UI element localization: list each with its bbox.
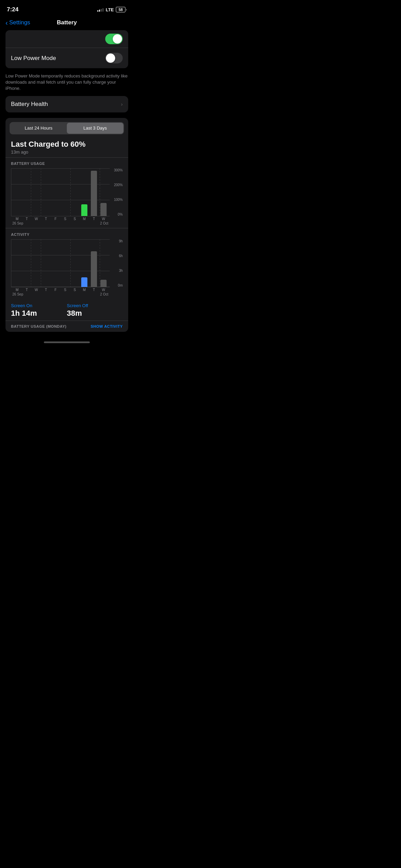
act-bar-col-9 xyxy=(99,239,108,287)
bar-8 xyxy=(91,171,97,216)
segment-24h[interactable]: Last 24 Hours xyxy=(10,123,67,134)
back-chevron-icon: ‹ xyxy=(5,19,8,26)
battery-y-labels: 300% 200% 100% 0% xyxy=(110,168,123,216)
act-bar-col-7 xyxy=(80,239,88,287)
signal-bar-1 xyxy=(97,10,98,12)
home-bar xyxy=(44,341,90,343)
x-label-4: F xyxy=(51,217,60,221)
top-toggle-knob xyxy=(113,34,122,44)
low-power-mode-knob xyxy=(106,53,115,63)
battery-usage-section: BATTERY USAGE xyxy=(5,157,128,228)
battery-indicator: 58 xyxy=(116,7,127,12)
activity-y-labels: 9h 6h 3h 0m xyxy=(110,239,123,287)
low-power-mode-row[interactable]: Low Power Mode xyxy=(5,48,128,68)
bar-col-6 xyxy=(71,168,79,216)
status-right: LTE 58 xyxy=(97,7,127,12)
top-toggle-card: Low Power Mode xyxy=(5,30,128,68)
act-x-8: T xyxy=(90,288,98,292)
act-bar-8 xyxy=(91,251,97,287)
last-charged-section: Last Charged to 60% 13m ago xyxy=(5,134,128,157)
bar-col-8 xyxy=(90,168,98,216)
x-label-0: M xyxy=(13,217,21,221)
top-toggle-row xyxy=(5,30,128,48)
act-bar-col-8 xyxy=(90,239,98,287)
date-label-end: 2 Oct xyxy=(100,221,108,225)
bar-col-4 xyxy=(52,168,60,216)
activity-x-labels: M T W T F S S M T W xyxy=(11,287,110,292)
status-time: 7:24 xyxy=(7,6,19,13)
act-x-0: M xyxy=(13,288,21,292)
act-bar-col-3 xyxy=(42,239,50,287)
low-power-mode-description: Low Power Mode temporarily reduces backg… xyxy=(0,70,134,96)
bottom-bar-label: BATTERY USAGE (MONDAY) xyxy=(11,324,66,328)
x-label-7: M xyxy=(80,217,88,221)
screen-stats: Screen On 1h 14m Screen Off 38m xyxy=(5,299,128,318)
activity-label: ACTIVITY xyxy=(11,232,123,237)
act-bar-9 xyxy=(100,280,107,287)
chart-card: Last 24 Hours Last 3 Days Last Charged t… xyxy=(5,118,128,332)
show-activity-button[interactable]: SHOW ACTIVITY xyxy=(91,324,123,328)
battery-x-labels: M T W T F S S M T W xyxy=(11,216,110,221)
act-bar-7 xyxy=(81,277,87,287)
x-label-1: T xyxy=(23,217,31,221)
act-x-3: T xyxy=(42,288,50,292)
act-x-5: S xyxy=(61,288,69,292)
act-x-2: W xyxy=(32,288,40,292)
battery-tip xyxy=(126,9,127,11)
act-x-1: T xyxy=(23,288,31,292)
signal-bar-2 xyxy=(99,10,100,12)
battery-usage-label: BATTERY USAGE xyxy=(11,161,123,166)
activity-chart-area xyxy=(11,239,110,287)
act-bar-col-0 xyxy=(13,239,22,287)
battery-date-labels: 26 Sep 2 Oct xyxy=(11,221,110,225)
y-label-300: 300% xyxy=(114,168,123,172)
act-bar-col-5 xyxy=(61,239,69,287)
activity-bars xyxy=(11,239,110,287)
y-label-200: 200% xyxy=(114,183,123,187)
act-x-6: S xyxy=(71,288,79,292)
act-bar-col-4 xyxy=(52,239,60,287)
screen-on-value: 1h 14m xyxy=(11,309,67,318)
bar-col-7 xyxy=(80,168,88,216)
segment-3days[interactable]: Last 3 Days xyxy=(67,123,123,134)
battery-usage-chart: M T W T F S S M T W 26 Sep 2 Oct xyxy=(11,168,110,225)
act-x-7: M xyxy=(80,288,88,292)
screen-on-label: Screen On xyxy=(11,303,67,308)
page-title: Battery xyxy=(57,19,77,26)
act-y-3h: 3h xyxy=(119,269,123,273)
low-power-mode-toggle[interactable] xyxy=(105,53,123,63)
activity-chart: M T W T F S S M T W 26 Sep 2 Oct xyxy=(11,239,110,296)
x-label-9: W xyxy=(99,217,108,221)
act-x-4: F xyxy=(51,288,60,292)
y-label-100: 100% xyxy=(114,198,123,202)
y-label-0: 0% xyxy=(118,213,123,216)
date-label-start: 26 Sep xyxy=(12,221,23,225)
last-charged-title: Last Charged to 60% xyxy=(11,140,123,149)
battery-health-label: Battery Health xyxy=(11,101,48,108)
screen-off-label: Screen Off xyxy=(67,303,123,308)
activity-bars-area xyxy=(11,239,110,287)
act-bar-col-1 xyxy=(23,239,31,287)
bar-col-5 xyxy=(61,168,69,216)
signal-bar-4 xyxy=(102,8,104,12)
status-bar: 7:24 LTE 58 xyxy=(0,0,134,16)
act-y-0m: 0m xyxy=(118,284,123,287)
battery-bars xyxy=(11,168,110,216)
signal-bars xyxy=(97,8,104,12)
x-label-6: S xyxy=(71,217,79,221)
act-y-6h: 6h xyxy=(119,254,123,258)
act-x-9: W xyxy=(99,288,108,292)
lte-label: LTE xyxy=(106,7,114,12)
bar-9 xyxy=(100,203,107,216)
act-date-start: 26 Sep xyxy=(12,292,23,296)
act-bar-col-6 xyxy=(71,239,79,287)
bar-col-1 xyxy=(23,168,31,216)
top-toggle[interactable] xyxy=(105,34,123,44)
battery-health-card[interactable]: Battery Health › xyxy=(5,96,128,112)
back-label: Settings xyxy=(9,19,30,26)
back-button[interactable]: ‹ Settings xyxy=(5,19,30,26)
nav-header: ‹ Settings Battery xyxy=(0,16,134,30)
screen-on-stat: Screen On 1h 14m xyxy=(11,303,67,318)
last-charged-subtitle: 13m ago xyxy=(11,149,123,155)
battery-health-row[interactable]: Battery Health › xyxy=(5,96,128,112)
